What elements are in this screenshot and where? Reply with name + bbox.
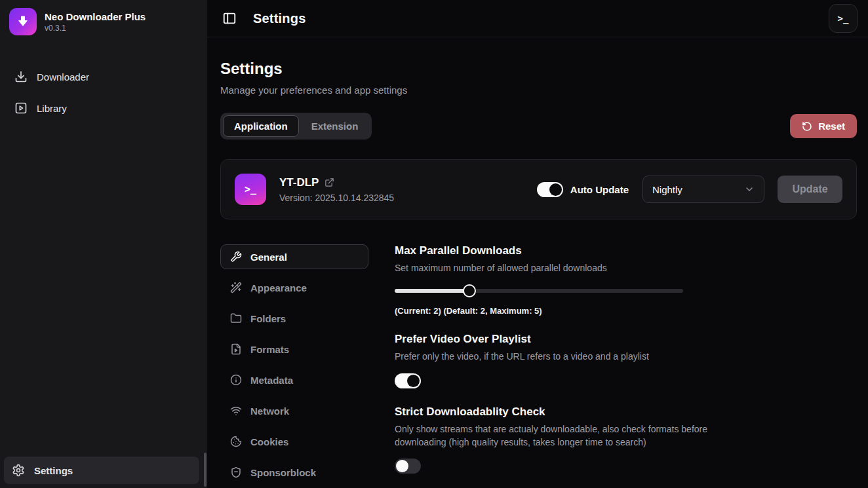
ytdlp-name: YT-DLP xyxy=(279,176,319,189)
settings-nav-label: Folders xyxy=(250,313,286,324)
release-channel-value: Nightly xyxy=(652,184,682,195)
external-link-icon[interactable] xyxy=(325,178,334,187)
slider-fill xyxy=(395,289,469,293)
wifi-icon xyxy=(230,405,242,417)
setting-description: Only show streams that are actualy downl… xyxy=(395,422,737,449)
settings-nav-label: Formats xyxy=(250,344,289,355)
reset-button[interactable]: Reset xyxy=(790,114,857,138)
terminal-icon: >_ xyxy=(838,13,849,24)
prefer-video-toggle[interactable] xyxy=(395,373,421,388)
download-icon xyxy=(14,70,28,83)
settings-nav-folders[interactable]: Folders xyxy=(220,306,368,331)
auto-update-label: Auto Update xyxy=(570,184,629,195)
settings-nav-network[interactable]: Network xyxy=(220,398,368,423)
sidebar-item-downloader[interactable]: Downloader xyxy=(7,63,201,90)
release-channel-select[interactable]: Nightly xyxy=(642,176,764,203)
sidebar-item-label: Downloader xyxy=(37,71,89,83)
sidebar-footer: Settings xyxy=(0,457,207,488)
ytdlp-card: >_ YT-DLP Version: 2025.10.14.232845 Aut… xyxy=(220,159,857,219)
wrench-icon xyxy=(230,251,242,263)
settings-tabs: Application Extension xyxy=(220,113,372,140)
page-title: Settings xyxy=(220,60,857,78)
rotate-ccw-icon xyxy=(802,121,812,132)
tabs-row: Application Extension Reset xyxy=(220,113,857,140)
shield-icon xyxy=(230,466,242,478)
strict-check-toggle[interactable] xyxy=(395,459,421,474)
setting-title: Prefer Video Over Playlist xyxy=(395,333,857,346)
settings-nav-sponsorblock[interactable]: Sponsorblock xyxy=(220,460,368,485)
download-arrow-icon xyxy=(16,14,30,29)
toggle-knob xyxy=(549,183,562,196)
sidebar: Neo Downloader Plus v0.3.1 Downloader Li… xyxy=(0,0,207,488)
settings-nav-label: Sponsorblock xyxy=(250,467,316,478)
settings-nav-formats[interactable]: Formats xyxy=(220,337,368,362)
sidebar-toggle-button[interactable] xyxy=(218,7,241,30)
gear-icon xyxy=(12,464,25,477)
setting-strict-check: Strict Downloadablity Check Only show st… xyxy=(395,405,857,474)
slider-value-note: (Current: 2) (Default: 2, Maximum: 5) xyxy=(395,306,857,316)
folder-icon xyxy=(230,312,242,324)
settings-nav-metadata[interactable]: Metadata xyxy=(220,367,368,392)
settings-nav-label: Cookies xyxy=(250,436,288,447)
ytdlp-actions: Auto Update Nightly Update xyxy=(537,176,842,203)
app-brand: Neo Downloader Plus v0.3.1 xyxy=(0,0,207,43)
panel-left-icon xyxy=(222,11,237,26)
setting-description: Prefer only the video, if the URL refers… xyxy=(395,350,857,363)
max-parallel-slider[interactable] xyxy=(395,284,683,297)
reset-label: Reset xyxy=(818,121,845,132)
settings-panel: Max Parallel Downloads Set maximum numbe… xyxy=(395,244,857,488)
setting-title: Max Parallel Downloads xyxy=(395,244,857,257)
library-icon xyxy=(14,102,28,115)
cookie-icon xyxy=(230,436,242,447)
toggle-knob xyxy=(407,375,420,387)
ytdlp-terminal-icon: >_ xyxy=(235,174,266,205)
update-button[interactable]: Update xyxy=(778,176,842,203)
settings-nav-label: Network xyxy=(250,405,289,417)
auto-update-toggle[interactable] xyxy=(537,182,563,197)
setting-title: Strict Downloadablity Check xyxy=(395,405,857,419)
wand-icon xyxy=(230,282,242,293)
page-subtitle: Manage your preferences and app settings xyxy=(220,84,857,96)
settings-nav-label: Metadata xyxy=(250,375,293,386)
tab-extension[interactable]: Extension xyxy=(300,115,370,137)
main-area: Settings >_ Settings Manage your prefere… xyxy=(207,0,868,488)
sidebar-item-library[interactable]: Library xyxy=(7,94,201,122)
sidebar-nav: Downloader Library xyxy=(0,63,207,122)
ytdlp-version: Version: 2025.10.14.232845 xyxy=(279,193,394,203)
sidebar-item-label: Settings xyxy=(34,465,73,476)
settings-section-nav: General Appearance xyxy=(220,244,368,488)
sidebar-item-label: Library xyxy=(37,103,67,114)
file-play-icon xyxy=(230,343,242,355)
setting-prefer-video: Prefer Video Over Playlist Prefer only t… xyxy=(395,333,857,388)
info-icon xyxy=(230,374,242,386)
settings-nav-general[interactable]: General xyxy=(220,244,368,269)
app-brand-text: Neo Downloader Plus v0.3.1 xyxy=(45,11,146,33)
page-header-title: Settings xyxy=(253,11,306,26)
top-bar: Settings >_ xyxy=(207,0,868,37)
settings-nav-cookies[interactable]: Cookies xyxy=(220,429,368,454)
terminal-button[interactable]: >_ xyxy=(829,4,858,33)
settings-nav-label: Appearance xyxy=(250,282,307,293)
slider-knob[interactable] xyxy=(463,284,476,297)
settings-nav-label: General xyxy=(250,252,287,263)
chevron-down-icon xyxy=(744,184,755,195)
app-name: Neo Downloader Plus xyxy=(45,11,146,22)
app-logo-icon xyxy=(9,8,37,35)
settings-nav-appearance[interactable]: Appearance xyxy=(220,275,368,300)
setting-max-parallel-downloads: Max Parallel Downloads Set maximum numbe… xyxy=(395,244,857,316)
app-version: v0.3.1 xyxy=(45,24,146,33)
settings-body: General Appearance xyxy=(220,244,857,488)
setting-description: Set maximum number of allowed parallel d… xyxy=(395,261,857,274)
tab-application[interactable]: Application xyxy=(223,115,299,137)
sidebar-item-settings[interactable]: Settings xyxy=(4,457,199,484)
sidebar-scrollbar-thumb[interactable] xyxy=(204,453,207,487)
settings-content: Settings Manage your preferences and app… xyxy=(207,37,868,488)
ytdlp-info: YT-DLP Version: 2025.10.14.232845 xyxy=(279,176,394,203)
toggle-knob xyxy=(396,460,408,472)
